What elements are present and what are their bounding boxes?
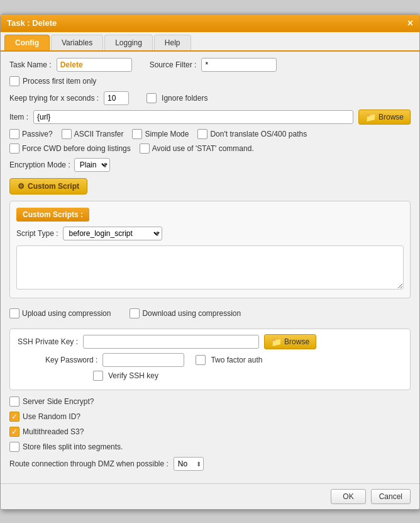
custom-scripts-header: Custom Scripts : — [16, 208, 89, 222]
gear-icon: ⚙ — [18, 182, 25, 191]
ssh-folder-icon: 📁 — [271, 337, 282, 347]
item-row: Item : 📁 Browse — [9, 110, 411, 125]
process-first-checkbox[interactable] — [9, 76, 19, 86]
key-password-row: Key Password : Two factor auth — [18, 353, 402, 367]
window-title: Task : Delete — [7, 18, 57, 28]
tabs-bar: Config Variables Logging Help — [1, 32, 419, 52]
store-files-split-checkbox[interactable] — [9, 442, 19, 452]
passive-checkbox-label: Passive? — [9, 129, 53, 139]
ssh-private-key-input[interactable] — [83, 335, 259, 349]
passive-checkbox[interactable] — [9, 129, 19, 139]
browse-label: Browse — [379, 113, 404, 121]
keep-seconds-input[interactable] — [104, 91, 129, 105]
upload-compression-text: Upload using compression — [22, 309, 111, 318]
task-name-input[interactable] — [57, 58, 132, 72]
close-button[interactable]: × — [407, 18, 413, 28]
download-compression-text: Download using compression — [142, 309, 241, 318]
source-filter-input[interactable] — [201, 58, 277, 72]
script-type-select[interactable]: before_login_script after_login_script b… — [63, 227, 162, 240]
key-password-label: Key Password : — [45, 356, 97, 364]
verify-ssh-checkbox[interactable] — [93, 371, 103, 381]
dialog: Task : Delete × Config Variables Logging… — [0, 14, 420, 510]
script-type-select-wrapper: before_login_script after_login_script b… — [63, 227, 162, 240]
server-side-encrypt-label: Server Side Encrypt? — [23, 397, 94, 406]
simple-mode-checkbox[interactable] — [132, 129, 142, 139]
ssh-browse-label: Browse — [284, 337, 309, 346]
ok-button[interactable]: OK — [331, 489, 365, 504]
source-filter-label: Source Filter : — [150, 60, 197, 69]
bottom-buttons: OK Cancel — [1, 483, 419, 509]
form-content: Task Name : Source Filter : Process firs… — [1, 52, 419, 483]
encryption-mode-select[interactable]: Plain SSL TLS — [74, 158, 110, 172]
encryption-mode-label: Encryption Mode : — [9, 160, 70, 169]
store-files-split-row: Store files split into segments. — [9, 442, 411, 452]
script-type-label: Script Type : — [16, 229, 58, 238]
route-dmz-label: Route connection through DMZ when possib… — [9, 459, 169, 468]
task-name-label: Task Name : — [9, 60, 52, 69]
avoid-stat-checkbox-label: Avoid use of 'STAT' command. — [140, 143, 254, 154]
avoid-stat-label: Avoid use of 'STAT' command. — [152, 144, 254, 153]
use-random-id-row: ✓ Use Random ID? — [9, 412, 411, 422]
title-bar: Task : Delete × — [1, 14, 419, 32]
server-side-encrypt-checkbox[interactable] — [9, 396, 19, 407]
ignore-folders-label: Ignore folders — [162, 94, 207, 103]
ssh-private-key-label: SSH Private Key : — [18, 337, 78, 346]
checkboxes-row2: Force CWD before doing listings Avoid us… — [9, 143, 411, 154]
custom-scripts-panel: Custom Scripts : Script Type : before_lo… — [9, 201, 411, 298]
compression-row: Upload using compression Download using … — [9, 305, 411, 322]
force-cwd-checkbox-label: Force CWD before doing listings — [9, 143, 131, 154]
keep-trying-row: Keep trying for x seconds : Ignore folde… — [9, 91, 411, 105]
custom-script-btn-label: Custom Script — [28, 182, 79, 191]
tab-variables[interactable]: Variables — [51, 35, 103, 50]
cancel-button[interactable]: Cancel — [371, 489, 411, 504]
multithreaded-s3-label: Multithreaded S3? — [23, 427, 84, 436]
key-password-input[interactable] — [102, 353, 184, 367]
ssh-key-row: SSH Private Key : 📁 Browse — [18, 334, 402, 349]
simple-mode-label: Simple Mode — [145, 130, 189, 138]
item-input[interactable] — [33, 110, 353, 124]
custom-script-button[interactable]: ⚙ Custom Script — [9, 178, 87, 194]
upload-compression-label: Upload using compression — [9, 308, 111, 318]
item-label: Item : — [9, 113, 28, 121]
process-first-row: Process first item only — [9, 76, 411, 86]
dmz-select-wrapper: No Yes — [174, 457, 204, 471]
task-name-row: Task Name : Source Filter : — [9, 58, 411, 72]
ascii-transfer-checkbox-label: ASCII Transfer — [62, 129, 124, 139]
ssh-browse-button[interactable]: 📁 Browse — [264, 334, 316, 349]
store-files-split-label: Store files split into segments. — [23, 442, 123, 451]
avoid-stat-checkbox[interactable] — [140, 143, 150, 154]
browse-button[interactable]: 📁 Browse — [358, 110, 411, 125]
force-cwd-label: Force CWD before doing listings — [22, 144, 131, 153]
ascii-transfer-label: ASCII Transfer — [74, 130, 124, 138]
dmz-row: Route connection through DMZ when possib… — [9, 457, 411, 471]
multithreaded-s3-row: ✓ Multithreaded S3? — [9, 427, 411, 437]
two-factor-label: Two factor auth — [211, 356, 262, 364]
folder-icon: 📁 — [365, 112, 376, 122]
tab-help[interactable]: Help — [154, 35, 191, 50]
upload-compression-checkbox[interactable] — [9, 308, 19, 318]
ssh-section: SSH Private Key : 📁 Browse Key Password … — [9, 329, 411, 390]
tab-logging[interactable]: Logging — [104, 35, 153, 50]
encryption-select-wrapper: Plain SSL TLS — [74, 158, 110, 172]
script-textarea[interactable] — [16, 245, 404, 290]
route-dmz-select[interactable]: No Yes — [174, 457, 204, 471]
multithreaded-s3-checkbox[interactable]: ✓ — [9, 427, 19, 437]
use-random-id-checkbox[interactable]: ✓ — [9, 412, 19, 422]
tab-config[interactable]: Config — [4, 35, 50, 50]
force-cwd-checkbox[interactable] — [9, 143, 19, 154]
ignore-folders-checkbox[interactable] — [146, 93, 157, 103]
use-random-id-label: Use Random ID? — [23, 412, 80, 421]
ascii-transfer-checkbox[interactable] — [62, 129, 72, 139]
no-translate-checkbox[interactable] — [197, 129, 207, 139]
script-type-row: Script Type : before_login_script after_… — [16, 227, 404, 240]
server-side-encrypt-row: Server Side Encrypt? — [9, 396, 411, 407]
checkboxes-row1: Passive? ASCII Transfer Simple Mode Don'… — [9, 129, 411, 139]
verify-ssh-label: Verify SSH key — [108, 371, 158, 380]
no-translate-label: Don't translate OS/400 paths — [210, 130, 307, 138]
encryption-row: Encryption Mode : Plain SSL TLS — [9, 158, 411, 172]
download-compression-checkbox[interactable] — [130, 308, 140, 318]
keep-trying-label: Keep trying for x seconds : — [9, 94, 99, 103]
simple-mode-checkbox-label: Simple Mode — [132, 129, 189, 139]
process-first-label: Process first item only — [23, 77, 96, 86]
two-factor-checkbox[interactable] — [196, 355, 206, 365]
